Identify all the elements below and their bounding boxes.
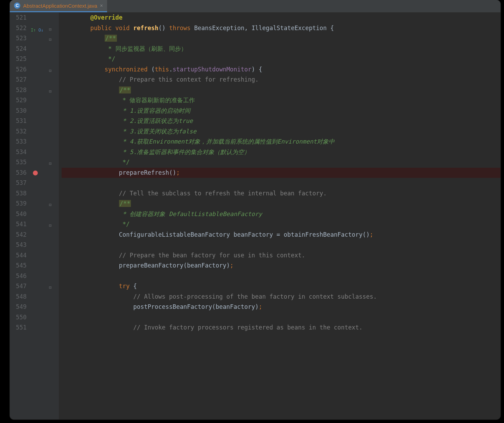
fold-toggle-icon[interactable]: ⊟ [49, 35, 51, 45]
editor-window: C AbstractApplicationContext.java × 5215… [10, 0, 500, 419]
code-line[interactable]: // Tell the subclass to refresh the inte… [62, 188, 500, 199]
code-line[interactable] [62, 312, 500, 323]
line-number: 523 [10, 33, 27, 44]
breakpoint-gutter[interactable]: I↑ O↓ [29, 13, 46, 419]
code-line[interactable]: * 3.设置关闭状态为false [62, 126, 500, 137]
code-line[interactable] [62, 271, 500, 282]
tab-filename: AbstractApplicationContext.java [23, 3, 97, 9]
line-number: 528 [10, 85, 27, 96]
line-number: 529 [10, 95, 27, 106]
fold-toggle-icon[interactable]: ⊟ [49, 66, 51, 76]
line-number: 549 [10, 302, 27, 312]
code-line[interactable]: // Prepare this context for refreshing. [62, 75, 500, 85]
line-number: 532 [10, 126, 27, 137]
code-line[interactable]: * 4.获取Environment对象，并加载当前系统的属性值到Environm… [62, 137, 500, 147]
line-number-gutter: 5215225235245255265275285295305315325335… [10, 13, 29, 419]
line-number: 551 [10, 323, 27, 333]
code-line[interactable]: synchronized (this.startupShutdownMonito… [62, 64, 500, 75]
tab-bar: C AbstractApplicationContext.java × [10, 0, 500, 13]
line-number: 531 [10, 116, 27, 126]
code-line[interactable]: prepareBeanFactory(beanFactory); [62, 261, 500, 271]
code-line[interactable]: @Override [62, 13, 500, 23]
code-line[interactable]: /** [62, 33, 500, 44]
code-line[interactable]: public void refresh() throws BeansExcept… [62, 23, 500, 34]
line-number: 524 [10, 44, 27, 54]
line-number: 538 [10, 188, 27, 199]
code-line[interactable]: */ [62, 157, 500, 168]
code-line[interactable]: */ [62, 219, 500, 230]
code-line[interactable]: * 做容器刷新前的准备工作 [62, 95, 500, 106]
line-number: 543 [10, 240, 27, 250]
line-number: 521 [10, 13, 27, 23]
fold-toggle-icon[interactable]: ⊟ [49, 159, 51, 169]
line-number: 525 [10, 54, 27, 64]
line-number: 522 [10, 23, 27, 34]
line-number: 530 [10, 106, 27, 116]
code-line[interactable]: * 同步监视器（刷新、同步） [62, 44, 500, 54]
fold-toggle-icon[interactable]: ⊟ [49, 283, 51, 293]
line-number: 548 [10, 292, 27, 302]
line-number: 544 [10, 250, 27, 261]
code-line[interactable]: */ [62, 54, 500, 64]
line-number: 539 [10, 199, 27, 209]
code-line[interactable]: postProcessBeanFactory(beanFactory); [62, 302, 500, 312]
line-number: 533 [10, 137, 27, 147]
line-number: 536 [10, 168, 27, 178]
file-tab-active[interactable]: C AbstractApplicationContext.java × [10, 0, 107, 12]
code-line[interactable] [62, 240, 500, 250]
code-line[interactable] [62, 178, 500, 188]
code-line[interactable]: * 2.设置活跃状态为true [62, 116, 500, 126]
class-icon: C [14, 2, 20, 9]
line-number: 542 [10, 230, 27, 240]
line-number: 534 [10, 147, 27, 158]
line-number: 541 [10, 219, 27, 230]
code-line[interactable]: * 创建容器对象 DefaultListableBeanFactory [62, 209, 500, 220]
code-line[interactable]: prepareRefresh(); [62, 168, 500, 178]
code-area[interactable]: @Override public void refresh() throws B… [59, 13, 500, 419]
code-line[interactable]: ConfigurableListableBeanFactory beanFact… [62, 230, 500, 240]
fold-toggle-icon[interactable]: ⊟ [49, 86, 51, 97]
code-line[interactable]: // Prepare the bean factory for use in t… [62, 250, 500, 261]
line-number: 535 [10, 157, 27, 168]
fold-gutter[interactable]: ⊟⊟⊟⊟⊟⊟⊟⊟ [46, 13, 59, 419]
line-number: 547 [10, 281, 27, 292]
code-editor[interactable]: 5215225235245255265275285295305315325335… [10, 13, 500, 419]
code-line[interactable]: /** [62, 85, 500, 96]
line-number: 546 [10, 271, 27, 282]
code-line[interactable]: // Allows post-processing of the bean fa… [62, 292, 500, 302]
breakpoint-icon[interactable] [33, 171, 38, 175]
override-implements-marker[interactable]: I↑ O↓ [31, 25, 43, 36]
line-number: 537 [10, 178, 27, 188]
line-number: 545 [10, 261, 27, 271]
fold-toggle-icon[interactable]: ⊟ [49, 25, 51, 35]
line-number: 550 [10, 312, 27, 323]
close-tab-icon[interactable]: × [100, 3, 103, 8]
line-number: 527 [10, 75, 27, 85]
code-line[interactable]: * 1.设置容器的启动时间 [62, 106, 500, 116]
line-number: 526 [10, 64, 27, 75]
code-line[interactable]: // Invoke factory processors registered … [62, 323, 500, 333]
line-number: 540 [10, 209, 27, 220]
code-line[interactable]: /** [62, 199, 500, 209]
code-line[interactable]: try { [62, 281, 500, 292]
fold-toggle-icon[interactable]: ⊟ [49, 200, 51, 210]
fold-toggle-icon[interactable]: ⊟ [49, 221, 51, 231]
code-line[interactable]: * 5.准备监听器和事件的集合对象（默认为空） [62, 147, 500, 158]
